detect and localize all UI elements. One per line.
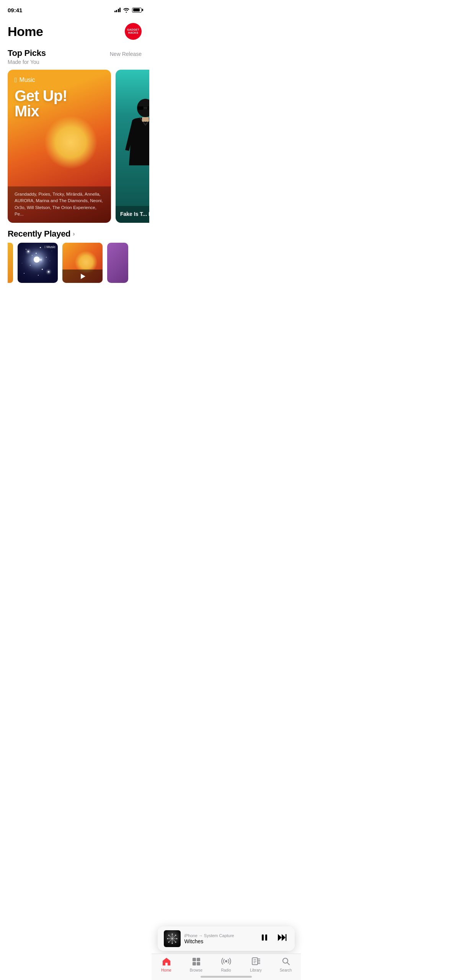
card-content:  Music Get Up! Mix Grandaddy, Pixies, T… — [8, 70, 111, 223]
card-footer-text: Grandaddy, Pixies, Tricky, Mïrändä, Anne… — [15, 191, 104, 217]
apple-music-logo:  Music — [15, 77, 104, 83]
play-overlay — [62, 270, 103, 283]
card-title-line1: Get Up! — [15, 88, 104, 103]
card-title-block: Get Up! Mix — [15, 88, 104, 119]
person-silhouette — [121, 96, 150, 192]
apple-icon:  — [15, 77, 17, 83]
page-title: Home — [8, 24, 43, 39]
chevron-right-icon: › — [73, 230, 75, 237]
recently-played-section: Recently Played › — [0, 229, 149, 286]
status-bar: 09:41 — [0, 0, 149, 17]
svg-rect-4 — [142, 117, 149, 122]
made-for-you-label: Made for You — [8, 59, 46, 65]
top-picks-header: Top Picks Made for You New Release — [0, 43, 149, 67]
wifi-icon — [123, 8, 130, 13]
carousel-inner:  Music Get Up! Mix Grandaddy, Pixies, T… — [8, 70, 142, 223]
new-release-card[interactable]: Fake Is T... H... — [116, 70, 149, 223]
signal-icon — [114, 8, 121, 12]
secondary-card-content: Fake Is T... H... — [116, 206, 149, 223]
secondary-card-label: Fake Is T... H... — [120, 211, 149, 217]
gadget-hacks-badge[interactable]: GADGET HACKS — [125, 23, 142, 40]
get-up-mix-card[interactable]:  Music Get Up! Mix Grandaddy, Pixies, T… — [8, 70, 111, 223]
battery-icon — [132, 8, 142, 13]
svg-marker-7 — [81, 274, 85, 279]
partial-left-card[interactable] — [8, 243, 13, 283]
top-picks-title: Top Picks — [8, 48, 46, 58]
recently-played-title: Recently Played — [8, 229, 70, 239]
page-header: Home GADGET HACKS — [0, 17, 149, 43]
status-icons — [114, 8, 142, 13]
svg-rect-2 — [147, 106, 150, 110]
status-time: 09:41 — [8, 7, 22, 13]
new-release-label: New Release — [110, 51, 142, 57]
top-picks-carousel:  Music Get Up! Mix Grandaddy, Pixies, T… — [0, 67, 149, 229]
recently-played-header[interactable]: Recently Played › — [8, 229, 142, 239]
card-title-line2: Mix — [15, 103, 104, 119]
stars-card[interactable]:  Music — [18, 243, 58, 283]
svg-rect-1 — [137, 106, 144, 110]
recently-played-carousel:  Music — [8, 243, 142, 283]
apple-music-label: Music — [20, 77, 35, 83]
purple-card[interactable] — [107, 243, 128, 283]
card-footer: Grandaddy, Pixies, Tricky, Mïrändä, Anne… — [8, 186, 111, 223]
apple-music-badge:  Music — [44, 245, 55, 249]
orange-mix-card[interactable] — [62, 243, 103, 283]
